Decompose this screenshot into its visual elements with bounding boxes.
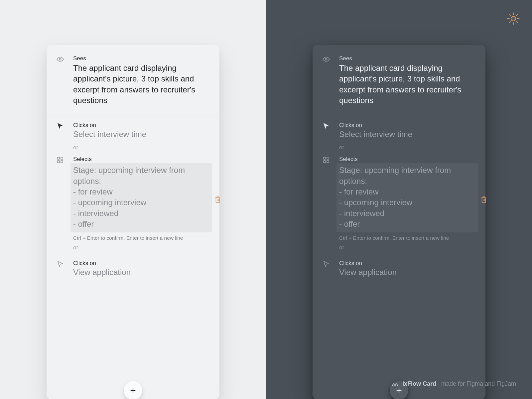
or-text-2: or	[313, 241, 485, 254]
svg-point-0	[59, 58, 61, 60]
sees-section: Sees The applicant card displaying appli…	[47, 45, 219, 116]
svg-rect-20	[482, 198, 486, 203]
sees-text[interactable]: The applicant card displaying applicant'…	[339, 63, 475, 106]
light-panel: Sees The applicant card displaying appli…	[0, 0, 266, 399]
clicks-section-1: Clicks on Select interview time	[313, 116, 485, 141]
svg-rect-19	[327, 161, 329, 163]
selects-text[interactable]: Stage: upcoming interview from options: …	[339, 165, 475, 229]
add-step-button[interactable]: +	[124, 381, 142, 399]
clicks-label: Clicks on	[339, 122, 475, 129]
svg-line-14	[516, 14, 518, 16]
or-text-2: or	[47, 241, 219, 254]
svg-line-13	[509, 22, 510, 23]
svg-rect-18	[324, 161, 326, 163]
svg-point-15	[325, 58, 327, 60]
grid-icon	[57, 156, 73, 164]
cursor-outline-icon	[57, 260, 73, 268]
selects-section: Selects Stage: upcoming interview from o…	[313, 154, 485, 241]
footer: IxFlow Card · made for Figma and FigJam	[391, 380, 516, 388]
clicks-text[interactable]: Select interview time	[339, 129, 475, 140]
svg-rect-3	[58, 161, 60, 163]
selects-hint: Ctrl + Enter to confirm, Enter to insert…	[73, 235, 209, 241]
sees-label: Sees	[339, 55, 475, 62]
cursor-icon	[323, 122, 339, 130]
clicks-label-2: Clicks on	[73, 260, 209, 267]
selects-label: Selects	[339, 156, 475, 163]
cursor-outline-icon	[323, 260, 339, 268]
sees-label: Sees	[73, 55, 209, 62]
svg-point-6	[511, 16, 516, 21]
selects-hint: Ctrl + Enter to confirm, Enter to insert…	[339, 235, 475, 241]
footer-sub: · made for Figma and FigJam	[436, 380, 516, 387]
selects-section: Selects Stage: upcoming interview from o…	[47, 154, 219, 241]
delete-button[interactable]	[214, 196, 221, 204]
dark-panel: Sees The applicant card displaying appli…	[266, 0, 532, 399]
sees-text[interactable]: The applicant card displaying applicant'…	[73, 63, 209, 106]
ixflow-card-dark: Sees The applicant card displaying appli…	[313, 45, 485, 399]
clicks-section-2: Clicks on View application	[47, 254, 219, 282]
svg-line-11	[509, 14, 510, 16]
clicks-label-2: Clicks on	[339, 260, 475, 267]
clicks-label: Clicks on	[73, 122, 209, 129]
delete-button[interactable]	[480, 196, 487, 204]
svg-rect-17	[327, 157, 329, 159]
or-text-1: or	[47, 141, 219, 154]
clicks-section-1: Clicks on Select interview time	[47, 116, 219, 141]
selects-input-active[interactable]: Stage: upcoming interview from options: …	[70, 163, 212, 232]
svg-line-12	[516, 22, 518, 23]
theme-toggle-sun-icon[interactable]	[506, 12, 520, 26]
selects-label: Selects	[73, 156, 209, 163]
clicks-section-2: Clicks on View application	[313, 254, 485, 282]
selects-text[interactable]: Stage: upcoming interview from options: …	[73, 165, 209, 229]
or-text-1: or	[313, 141, 485, 154]
clicks-text-2[interactable]: View application	[339, 267, 475, 278]
clicks-text-2[interactable]: View application	[73, 267, 209, 278]
eye-icon	[323, 55, 339, 63]
logo-icon	[391, 380, 399, 388]
grid-icon	[323, 156, 339, 164]
sees-section: Sees The applicant card displaying appli…	[313, 45, 485, 116]
ixflow-card-light: Sees The applicant card displaying appli…	[47, 45, 219, 399]
svg-rect-5	[216, 198, 220, 203]
svg-rect-4	[61, 161, 63, 163]
svg-rect-16	[324, 157, 326, 159]
cursor-icon	[57, 122, 73, 130]
footer-brand: IxFlow Card	[402, 380, 436, 387]
svg-rect-1	[58, 157, 60, 159]
eye-icon	[57, 55, 73, 63]
clicks-text[interactable]: Select interview time	[73, 129, 209, 140]
selects-input-active[interactable]: Stage: upcoming interview from options: …	[336, 163, 478, 232]
svg-rect-2	[61, 157, 63, 159]
